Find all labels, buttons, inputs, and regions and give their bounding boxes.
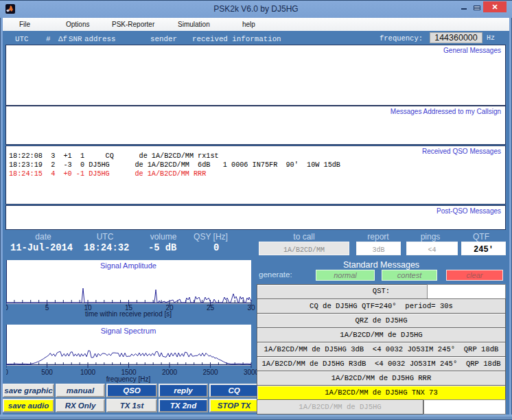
svg-text:frequency [Hz]: frequency [Hz]: [106, 375, 151, 383]
svg-text:time within receive period [s]: time within receive period [s]: [85, 310, 172, 318]
svg-text:2500: 2500: [202, 369, 218, 376]
svg-text:30: 30: [247, 304, 255, 312]
svg-text:1000: 1000: [80, 369, 96, 376]
svg-text:Signal Spectrum: Signal Spectrum: [101, 327, 156, 335]
svg-text:0: 0: [6, 304, 8, 312]
svg-text:500: 500: [41, 369, 53, 376]
svg-text:2000: 2000: [162, 369, 178, 376]
svg-text:3000: 3000: [244, 369, 257, 376]
svg-text:Signal Amplitude: Signal Amplitude: [100, 261, 156, 270]
svg-text:25: 25: [207, 304, 215, 312]
svg-text:5: 5: [45, 304, 49, 312]
svg-text:0: 0: [6, 369, 8, 376]
